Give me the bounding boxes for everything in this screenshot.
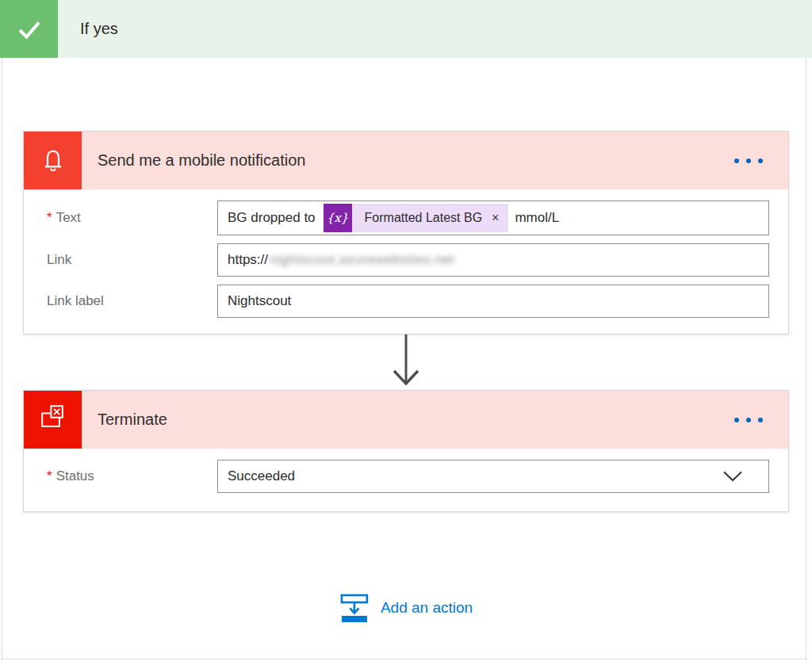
link-label-field-label: Link label — [36, 285, 217, 318]
status-field-row: * Status Succeeded — [36, 460, 769, 493]
canvas-right-edge — [806, 58, 806, 660]
text-input-suffix: mmol/L — [515, 210, 559, 226]
text-input[interactable]: BG dropped to {x} Formatted Latest BG × … — [217, 201, 769, 235]
checkmark-icon — [12, 12, 47, 47]
expression-icon: {x} — [324, 204, 352, 232]
link-field-row: Link https:// nightscout.azurewebsites.n… — [36, 243, 769, 277]
text-field-label-text: Text — [56, 210, 81, 226]
terminate-card-title: Terminate — [98, 411, 167, 429]
status-dropdown[interactable]: Succeeded — [217, 460, 769, 493]
bell-icon — [35, 143, 71, 179]
add-action-button[interactable]: Add an action — [339, 593, 473, 623]
terminate-card-menu-button[interactable] — [726, 410, 771, 430]
dynamic-content-token[interactable]: {x} Formatted Latest BG × — [324, 204, 509, 232]
link-field-label-text: Link — [47, 252, 71, 268]
notification-card-header[interactable]: Send me a mobile notification — [24, 132, 788, 189]
branch-label: If yes — [80, 20, 118, 38]
link-field-label: Link — [36, 243, 217, 277]
required-asterisk: * — [47, 210, 52, 226]
notification-icon-tile — [24, 132, 82, 189]
text-field-label: * Text — [36, 201, 217, 235]
status-dropdown-value: Succeeded — [228, 468, 295, 484]
status-field-label: * Status — [36, 460, 217, 493]
canvas-bottom-edge — [2, 659, 806, 659]
ellipsis-icon — [734, 418, 739, 422]
link-label-field-row: Link label Nightscout — [36, 285, 769, 318]
status-field-label-text: Status — [56, 468, 94, 484]
ellipsis-icon — [758, 418, 763, 422]
link-label-input-value: Nightscout — [228, 293, 291, 309]
branch-header-if-yes[interactable]: If yes — [0, 0, 812, 58]
terminate-card-header[interactable]: Terminate — [24, 391, 788, 449]
link-label-field-label-text: Link label — [47, 293, 104, 309]
connector-arrow-icon — [392, 334, 420, 390]
notification-card-body: * Text BG dropped to {x} Formatted Lates… — [24, 189, 788, 318]
notification-card: Send me a mobile notification * Text BG … — [23, 131, 789, 334]
token-remove-icon[interactable]: × — [492, 212, 499, 224]
text-field-row: * Text BG dropped to {x} Formatted Lates… — [36, 201, 769, 235]
terminate-card-body: * Status Succeeded — [24, 449, 788, 493]
text-input-prefix: BG dropped to — [228, 210, 316, 226]
add-action-label: Add an action — [381, 599, 473, 617]
terminate-icon-tile — [24, 391, 82, 449]
ellipsis-icon — [758, 159, 763, 163]
terminate-window-icon — [35, 402, 71, 438]
notification-card-title: Send me a mobile notification — [98, 151, 305, 170]
chevron-down-icon — [722, 471, 743, 483]
add-action-icon — [339, 593, 370, 623]
canvas-left-edge — [2, 58, 2, 660]
ellipsis-icon — [734, 159, 739, 163]
token-pill: Formatted Latest BG × — [352, 204, 509, 232]
link-input-masked-value: nightscout.azurewebsites.net — [270, 252, 454, 268]
token-label: Formatted Latest BG — [365, 211, 483, 225]
branch-check-tile — [0, 0, 58, 58]
terminate-card: Terminate * Status Succeeded — [23, 390, 789, 512]
ellipsis-icon — [746, 159, 751, 163]
link-input[interactable]: https:// nightscout.azurewebsites.net — [217, 243, 769, 277]
link-label-input[interactable]: Nightscout — [217, 285, 769, 318]
link-input-prefix: https:// — [228, 252, 268, 268]
required-asterisk: * — [47, 468, 52, 484]
flow-designer-canvas: If yes Send me a mobile notification — [0, 0, 812, 661]
notification-card-menu-button[interactable] — [726, 151, 771, 171]
ellipsis-icon — [746, 418, 751, 422]
